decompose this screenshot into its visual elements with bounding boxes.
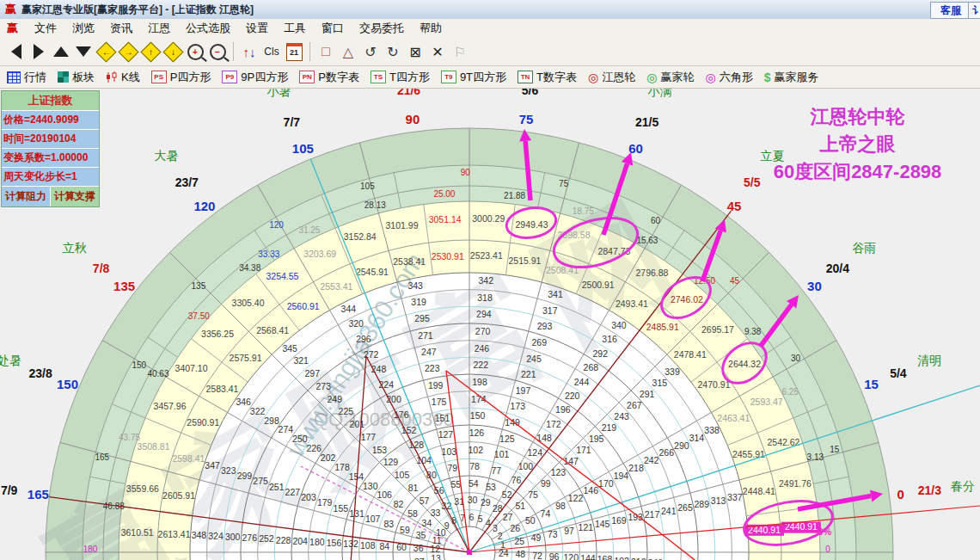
view-p-table[interactable]: PNP数字表 (299, 70, 359, 85)
app-window: { "window": { "logo": "赢", "title": "赢家江… (0, 0, 980, 560)
wheel-label: 0 (897, 487, 903, 502)
wheel-label: 2598.41 (172, 453, 205, 464)
view-kline[interactable]: K线 (106, 70, 140, 85)
menu-item-设置[interactable]: 设置 (238, 19, 276, 38)
view-winner-service[interactable]: $赢家服务 (764, 70, 819, 85)
rect-tool-button[interactable]: □ (315, 41, 337, 62)
wheel-label: 347 (205, 460, 220, 471)
rotate-ccw-button[interactable]: ↺ (359, 41, 382, 62)
wheel-label: 273 (315, 381, 331, 391)
calc-support-button[interactable]: 计算支撑 (51, 187, 99, 206)
wheel-label: 3 (493, 523, 498, 533)
service-button[interactable]: 客服 (930, 2, 971, 19)
wheel-label: 43.75 (119, 433, 140, 442)
menu-item-文件[interactable]: 文件 (27, 19, 64, 38)
view-winner-wheel[interactable]: ◎赢家轮 (646, 70, 694, 85)
pan-down-button[interactable]: ↓ (162, 41, 184, 62)
wheel-label: 7/7 (284, 115, 301, 129)
view-t-table[interactable]: TNT数字表 (518, 70, 577, 85)
wheel-label: 5 (478, 514, 483, 524)
view-gann-wheel[interactable]: ◎江恩轮 (588, 70, 635, 85)
up-button[interactable] (50, 41, 72, 62)
wheel-label: 120 (269, 220, 284, 230)
9t-square-icon: T9 (441, 71, 456, 83)
converge-button[interactable]: ✕ (426, 41, 449, 62)
wheel-label: 57 (420, 495, 430, 506)
back-button[interactable] (5, 41, 28, 62)
wheel-label: 120 (563, 552, 579, 560)
wheel-label: 90 (406, 112, 420, 126)
wheel-label: 30 (468, 495, 478, 505)
wheel-label: 96 (549, 551, 560, 560)
winner-wheel-icon: ◎ (646, 71, 657, 83)
calendar-button[interactable]: 21 (283, 41, 305, 62)
flag-button[interactable]: ⚐ (449, 41, 471, 62)
menu-item-浏览[interactable]: 浏览 (64, 19, 102, 38)
wheel-label: 大暑 (155, 149, 179, 163)
zoom-out-button[interactable]: − (206, 41, 229, 62)
view-label: 赢家服务 (774, 70, 818, 85)
wheel-label: 241 (661, 506, 677, 516)
pan-up-button[interactable]: ↑ (139, 41, 162, 62)
wheel-label: 春分 (951, 479, 975, 493)
forward-button[interactable] (28, 41, 50, 62)
toolbar-views: 行情板块K线PSP四方形P99P四方形PNP数字表TST四方形T99T四方形TN… (0, 66, 980, 89)
wheel-label: 99 (541, 478, 551, 489)
wheel-label: 124 (527, 447, 542, 458)
view-p-square[interactable]: PSP四方形 (151, 70, 211, 85)
menu-item-帮助[interactable]: 帮助 (412, 19, 450, 38)
wheel-label: 145 (595, 519, 610, 529)
wheel-label: 20/4 (826, 262, 849, 275)
wheel-label: 79 (447, 463, 457, 473)
calc-resistance-button[interactable]: 计算阻力 (2, 187, 51, 206)
kline-icon (106, 71, 118, 83)
wheel-label: 2538.41 (393, 256, 426, 267)
triangle-tool-button[interactable]: △ (337, 41, 359, 62)
wheel-label: 338 (704, 425, 720, 435)
wheel-label: 15.63 (636, 236, 658, 245)
view-hexagon[interactable]: ◎六角形 (705, 70, 752, 85)
wheel-label: 2500.91 (582, 280, 615, 290)
p-square-icon: PS (151, 71, 167, 83)
menu-item-公式选股[interactable]: 公式选股 (178, 19, 238, 38)
wheel-label: 129 (383, 457, 399, 467)
wheel-label: 3559.66 (126, 483, 159, 494)
zoom-in-button[interactable]: + (184, 41, 206, 62)
wheel-label: 177 (361, 432, 377, 442)
menu-item-窗口[interactable]: 窗口 (314, 19, 352, 38)
wheel-label: 249 (328, 394, 343, 404)
wheel-label: 3152.84 (344, 231, 377, 242)
menu-item-江恩[interactable]: 江恩 (140, 19, 178, 38)
wheel-label: 168 (597, 554, 613, 560)
menu-item-交易委托[interactable]: 交易委托 (352, 19, 412, 38)
wheel-label: 220 (565, 391, 580, 401)
clipped-button[interactable]: 讠 (968, 2, 980, 19)
pan-left-button[interactable]: ← (95, 41, 117, 62)
x-box-button[interactable]: ⊠ (404, 41, 426, 62)
pan-right-button[interactable]: → (117, 41, 139, 62)
wheel-label: 3101.99 (386, 220, 419, 231)
view-label: P四方形 (170, 70, 211, 85)
view-sectors[interactable]: 板块 (58, 70, 95, 85)
view-t-square[interactable]: TST四方形 (371, 70, 430, 85)
wheel-label: 218 (628, 463, 644, 473)
down-button[interactable] (72, 41, 95, 62)
wheel-label: 83 (383, 519, 394, 529)
wheel-label: 5/4 (890, 366, 907, 380)
view-9p-square[interactable]: P99P四方形 (222, 70, 288, 85)
updown-button[interactable]: ↑↓ (238, 41, 260, 62)
menu-item-资讯[interactable]: 资讯 (102, 19, 140, 38)
toolbar-separator (309, 42, 310, 61)
menu-item-工具[interactable]: 工具 (276, 19, 314, 38)
wheel-label: 18.75 (573, 206, 594, 216)
quotes-icon (7, 71, 21, 83)
view-quotes[interactable]: 行情 (7, 70, 46, 85)
wheel-label: 322 (250, 406, 266, 416)
rotate-cw-button[interactable]: ↻ (382, 41, 404, 62)
view-9t-square[interactable]: T99T四方形 (441, 70, 506, 85)
cls-button[interactable]: Cls (260, 41, 283, 62)
wheel-label: 108 (360, 540, 376, 551)
wheel-label: 269 (532, 337, 548, 348)
wheel-label: 45 (727, 199, 742, 213)
wheel-label: 271 (418, 330, 433, 341)
